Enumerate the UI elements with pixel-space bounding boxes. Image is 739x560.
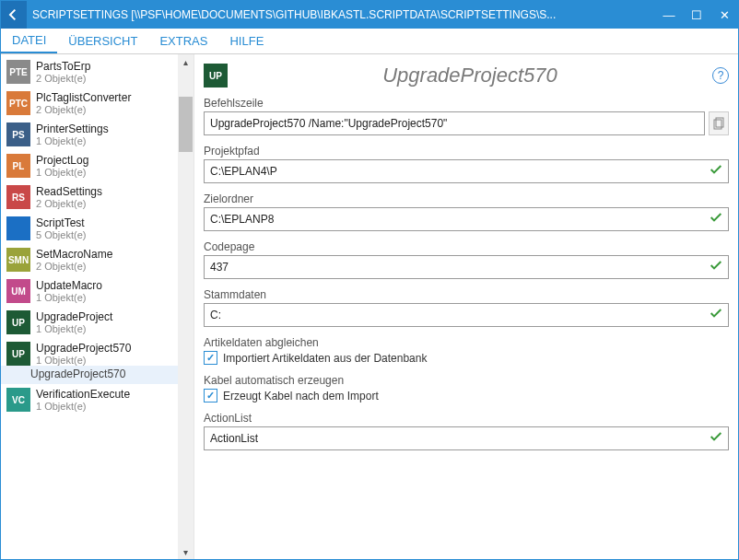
check-icon [709, 429, 723, 448]
zielordner-label: Zielordner [204, 192, 729, 205]
sidebar-item-label: PartsToErp [36, 60, 90, 73]
titlebar: SCRIPTSETTINGS [\\PSF\HOME\DOCUMENTS\GIT… [1, 1, 738, 29]
sidebar-item-upgradeproject570[interactable]: UP UpgradeProject570 1 Objekt(e) [1, 338, 194, 369]
sidebar-item-icon: UM [6, 279, 30, 303]
sidebar-selected-child[interactable]: UpgradeProject570 [1, 366, 194, 384]
menu-hilfe[interactable]: HILFE [218, 29, 275, 53]
projektpfad-input[interactable]: C:\EPLAN4\P [204, 159, 729, 183]
sidebar-item-sub: 2 Objekt(e) [36, 73, 90, 84]
befehlszeile-input[interactable]: UpgradeProject570 /Name:"UpgradeProject5… [204, 111, 705, 135]
sidebar-item-upgradeproject[interactable]: UP UpgradeProject 1 Objekt(e) [1, 307, 194, 338]
maximize-button[interactable]: ☐ [683, 1, 710, 29]
check-icon [709, 306, 723, 324]
main-panel: UP UpgradeProject570 ? Befehlszeile Upgr… [194, 54, 738, 559]
menu-uebersicht[interactable]: ÜBERSICHT [57, 29, 148, 53]
sidebar-item-sub: 1 Objekt(e) [36, 355, 131, 366]
sidebar-item-setmacroname[interactable]: SMN SetMacroName 2 Objekt(e) [1, 244, 194, 275]
page-title: UpgradeProject570 [237, 64, 703, 88]
sidebar-item-label: SetMacroName [36, 248, 112, 261]
sidebar-item-label: ProjectLog [36, 154, 88, 167]
window-title: SCRIPTSETTINGS [\\PSF\HOME\DOCUMENTS\GIT… [27, 8, 655, 21]
minimize-button[interactable]: — [655, 1, 683, 29]
sidebar-item-printersettings[interactable]: PS PrinterSettings 1 Objekt(e) [1, 119, 194, 150]
sidebar-item-icon: PL [6, 154, 30, 178]
sidebar-item-label: ReadSettings [36, 185, 102, 198]
menubar: DATEI ÜBERSICHT EXTRAS HILFE [1, 29, 738, 54]
projektpfad-label: Projektpfad [204, 145, 729, 158]
sidebar-item-icon: SMN [6, 248, 30, 272]
codepage-input[interactable]: 437 [204, 255, 729, 279]
artikeldaten-checkbox[interactable]: ✓ [204, 351, 217, 365]
sidebar-item-readsettings[interactable]: RS ReadSettings 2 Objekt(e) [1, 181, 194, 213]
stammdaten-label: Stammdaten [204, 288, 729, 301]
sidebar-item-label: ScriptTest [36, 216, 86, 229]
sidebar-item-sub: 1 Objekt(e) [36, 135, 109, 146]
kabel-check-label: Erzeugt Kabel nach dem Import [223, 390, 379, 402]
sidebar-item-updatemacro[interactable]: UM UpdateMacro 1 Objekt(e) [1, 275, 194, 307]
actionlist-label: ActionList [204, 412, 729, 425]
codepage-label: Codepage [204, 240, 729, 253]
sidebar-item-label: UpgradeProject570 [36, 342, 131, 355]
sidebar-item-icon: RS [6, 185, 30, 209]
sidebar-item-label: UpgradeProject [36, 310, 112, 323]
sidebar-item-icon [6, 216, 30, 240]
sidebar-item-label: PrinterSettings [36, 122, 109, 135]
scrollbar-thumb[interactable] [179, 97, 193, 152]
main-header-icon: UP [204, 64, 228, 88]
actionlist-input[interactable]: ActionList [204, 426, 729, 450]
sidebar-item-sub: 2 Objekt(e) [36, 261, 112, 272]
sidebar-item-scripttest[interactable]: ScriptTest 5 Objekt(e) [1, 213, 194, 244]
sidebar-item-partstoerp[interactable]: PTE PartsToErp 2 Objekt(e) [1, 56, 194, 88]
kabel-checkbox[interactable]: ✓ [204, 389, 217, 402]
sidebar-item-icon: PTE [6, 60, 30, 84]
sidebar-item-icon: PTC [6, 91, 30, 115]
sidebar-item-sub: 1 Objekt(e) [36, 167, 88, 178]
sidebar-item-plctaglistconverter[interactable]: PTC PlcTaglistConverter 2 Objekt(e) [1, 88, 194, 119]
artikeldaten-label: Artikeldaten abgleichen [204, 336, 729, 349]
sidebar-item-icon: UP [6, 342, 30, 366]
close-button[interactable]: ✕ [710, 1, 738, 29]
sidebar-item-icon: UP [6, 310, 30, 334]
sidebar-item-verificationexecute[interactable]: VC VerificationExecute 1 Objekt(e) [1, 384, 194, 415]
help-icon[interactable]: ? [712, 67, 729, 84]
check-icon [709, 258, 723, 276]
artikeldaten-check-label: Importiert Artikeldaten aus der Datenban… [223, 352, 427, 365]
sidebar-item-icon: VC [6, 388, 30, 412]
sidebar-item-icon: PS [6, 122, 30, 146]
sidebar-item-sub: 2 Objekt(e) [36, 198, 102, 209]
check-icon [709, 210, 723, 228]
sidebar-item-label: UpdateMacro [36, 279, 102, 292]
befehlszeile-label: Befehlszeile [204, 97, 729, 110]
kabel-label: Kabel automatisch erzeugen [204, 374, 729, 387]
check-icon [709, 162, 723, 181]
sidebar-item-sub: 2 Objekt(e) [36, 104, 131, 115]
menu-extras[interactable]: EXTRAS [148, 29, 218, 53]
sidebar-item-label: VerificationExecute [36, 388, 130, 401]
stammdaten-input[interactable]: C: [204, 303, 729, 327]
sidebar-item-sub: 5 Objekt(e) [36, 229, 86, 240]
copy-button[interactable] [709, 111, 729, 135]
sidebar-item-label: PlcTaglistConverter [36, 91, 131, 104]
sidebar-item-sub: 1 Objekt(e) [36, 401, 130, 412]
sidebar-item-sub: 1 Objekt(e) [36, 323, 112, 334]
sidebar-item-projectlog[interactable]: PL ProjectLog 1 Objekt(e) [1, 150, 194, 181]
sidebar: PTE PartsToErp 2 Objekt(e) PTC PlcTaglis… [1, 54, 194, 559]
menu-datei[interactable]: DATEI [1, 29, 57, 53]
zielordner-input[interactable]: C:\EPLANP8 [204, 207, 729, 231]
sidebar-item-sub: 1 Objekt(e) [36, 292, 102, 303]
scrollbar[interactable]: ▴ ▾ [178, 54, 194, 559]
app-icon [1, 1, 27, 29]
